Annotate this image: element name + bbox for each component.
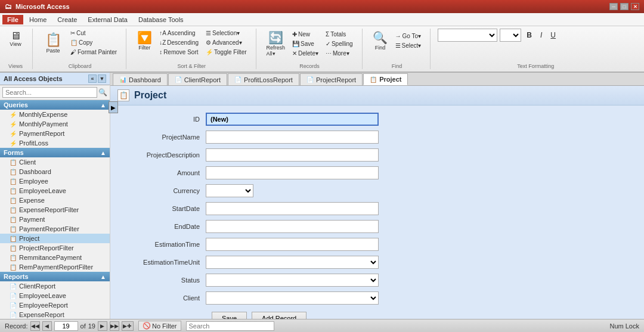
totals-button[interactable]: Σ Totals <box>323 30 356 39</box>
descending-button[interactable]: ↓Z Descending <box>156 38 202 47</box>
toggle-filter-button[interactable]: ⚡ Toggle Filter <box>203 48 249 57</box>
advanced-button[interactable]: ⚙ Advanced▾ <box>203 38 249 47</box>
nav-expand-arrow[interactable]: ▶ <box>109 101 118 113</box>
format-painter-button[interactable]: 🖌 Format Painter <box>67 48 120 57</box>
field-input-project-name[interactable] <box>206 131 379 144</box>
refresh-all-button[interactable]: 🔄 RefreshAll▾ <box>264 29 289 58</box>
select-button[interactable]: ☰ Select▾ <box>392 41 425 50</box>
nav-item-client[interactable]: 📋 Client <box>0 157 110 167</box>
form-row-client: Client <box>122 291 632 305</box>
delete-button[interactable]: ✕ Delete▾ <box>289 49 321 58</box>
nav-item-monthly-payment[interactable]: ⚡ MonthlyPayment <box>0 119 110 129</box>
nav-item-profit-loss[interactable]: ⚡ ProfitLoss <box>0 138 110 148</box>
tab-dashboard[interactable]: 📊 Dashboard <box>113 73 168 85</box>
field-select-estimation-time-unit[interactable] <box>206 256 379 269</box>
form-row-status: Status <box>122 274 632 287</box>
more-button[interactable]: ⋯ More▾ <box>323 49 356 58</box>
remove-sort-button[interactable]: ↕ Remove Sort <box>156 48 202 57</box>
field-input-id[interactable] <box>206 113 379 126</box>
descending-icon: ↓Z <box>159 39 166 46</box>
field-select-status[interactable] <box>206 274 379 287</box>
tab-dashboard-icon: 📊 <box>119 76 126 83</box>
nav-item-client-report[interactable]: 📄 ClientReport <box>0 281 110 291</box>
nav-section-queries[interactable]: Queries ▲ <box>0 100 110 110</box>
nav-item-employee-leave-report[interactable]: 📄 EmployeeLeave <box>0 291 110 300</box>
nav-item-payment-report[interactable]: ⚡ PaymentReport <box>0 129 110 138</box>
find-row: 🔍 Find → Go To▾ ☰ Select▾ <box>370 29 425 52</box>
nav-next-button[interactable]: ▶ <box>98 321 107 331</box>
nav-item-payment-report-filter[interactable]: 📋 PaymentReportFilter <box>0 224 110 234</box>
field-input-amount[interactable] <box>206 166 379 179</box>
nav-item-project[interactable]: 📋 Project <box>0 234 110 243</box>
save-record-button[interactable]: 💾 Save <box>289 39 321 48</box>
nav-item-employee-leave[interactable]: 📋 EmployeeLeave <box>0 186 110 196</box>
nav-section-forms[interactable]: Forms ▲ <box>0 148 110 157</box>
nav-item-expense[interactable]: 📋 Expense <box>0 196 110 205</box>
paste-button[interactable]: 📋 Paste <box>40 30 66 55</box>
nav-item-monthly-expense[interactable]: ⚡ MonthlyExpense <box>0 110 110 119</box>
records-row: 🔄 RefreshAll▾ ✚ New 💾 Save ✕ Delete▾ <box>264 29 356 58</box>
nav-item-payment[interactable]: 📋 Payment <box>0 215 110 224</box>
save-button[interactable]: Save <box>212 312 247 319</box>
copy-icon: 📋 <box>70 39 78 46</box>
field-select-client[interactable] <box>206 291 379 305</box>
app-icon: 🗂 <box>5 2 12 11</box>
new-record-button[interactable]: ✚ New <box>289 30 321 39</box>
nav-new-button[interactable]: ▶✚ <box>122 321 134 331</box>
menu-create[interactable]: Create <box>52 15 82 24</box>
tab-project-report[interactable]: 📄 ProjectReport <box>300 73 363 85</box>
nav-item-rem-payment-report-filter[interactable]: 📋 RemPaymentReportFilter <box>0 262 110 272</box>
field-select-currency[interactable] <box>206 184 253 197</box>
field-input-end-date[interactable] <box>206 220 379 233</box>
bold-button[interactable]: B <box>524 30 535 41</box>
menu-external-data[interactable]: External Data <box>83 15 132 24</box>
field-input-estimation-time[interactable] <box>206 238 379 251</box>
maximize-button[interactable]: □ <box>620 3 628 10</box>
selection-button[interactable]: ☰ Selection▾ <box>203 29 249 38</box>
copy-button[interactable]: 📋 Copy <box>67 38 120 47</box>
nav-first-button[interactable]: ◀◀ <box>30 321 40 331</box>
current-record-input[interactable] <box>54 321 78 331</box>
italic-button[interactable]: I <box>537 30 545 41</box>
status-search-input[interactable] <box>186 321 274 331</box>
add-record-button[interactable]: Add Record <box>252 312 306 319</box>
menu-database-tools[interactable]: Database Tools <box>134 15 188 24</box>
nav-last-button[interactable]: ▶▶ <box>110 321 119 331</box>
spelling-button[interactable]: ✓ Spelling <box>323 39 356 48</box>
no-filter-button[interactable]: 🚫 No Filter <box>138 321 181 331</box>
nav-item-employee[interactable]: 📋 Employee <box>0 176 110 186</box>
goto-button[interactable]: → Go To▾ <box>392 32 425 41</box>
cut-button[interactable]: ✂ Cut <box>67 29 120 38</box>
close-button[interactable]: ✕ <box>631 3 639 10</box>
font-size-select[interactable] <box>500 29 521 42</box>
nav-search-icon[interactable]: 🔍 <box>98 88 107 97</box>
tab-client-report[interactable]: 📄 ClientReport <box>168 73 227 85</box>
underline-button[interactable]: U <box>547 30 559 41</box>
nav-item-dashboard[interactable]: 📋 Dashboard <box>0 167 110 176</box>
view-button[interactable]: 🖥 View <box>5 29 26 49</box>
minimize-button[interactable]: ─ <box>609 3 618 10</box>
selection-icon: ☰ <box>206 30 211 36</box>
nav-item-remmitance-payment[interactable]: 📋 RemmitancePayment <box>0 253 110 262</box>
nav-item-employee-report[interactable]: 📄 EmployeeReport <box>0 300 110 310</box>
nav-prev-button[interactable]: ◀ <box>42 321 52 331</box>
menu-home[interactable]: Home <box>24 15 51 24</box>
field-input-project-description[interactable] <box>206 148 379 162</box>
font-family-select[interactable] <box>438 29 497 42</box>
tab-profit-loss-report[interactable]: 📄 ProfitLossReport <box>228 73 299 85</box>
field-input-start-date[interactable] <box>206 202 379 215</box>
tab-project[interactable]: 📋 Project <box>363 73 408 85</box>
main-area: All Access Objects « ▼ 🔍 Queries ▲ ⚡ Mon… <box>0 73 644 319</box>
filter-button[interactable]: 🔽 Filter <box>134 29 155 52</box>
nav-menu-button[interactable]: ▼ <box>98 75 106 83</box>
nav-item-expense-report-filter[interactable]: 📋 ExpenseReportFilter <box>0 205 110 215</box>
nav-section-reports[interactable]: Reports ▲ <box>0 272 110 281</box>
find-button[interactable]: 🔍 Find <box>370 29 391 52</box>
nav-search-input[interactable] <box>2 87 97 98</box>
nav-collapse-button[interactable]: « <box>88 75 97 83</box>
form-icon-6: 📋 <box>10 207 17 213</box>
nav-item-project-report-filter[interactable]: 📋 ProjectReportFilter <box>0 243 110 253</box>
nav-item-expense-report[interactable]: 📄 ExpenseReport <box>0 310 110 319</box>
ascending-button[interactable]: ↑A Ascending <box>156 29 202 38</box>
menu-file[interactable]: File <box>2 15 23 24</box>
